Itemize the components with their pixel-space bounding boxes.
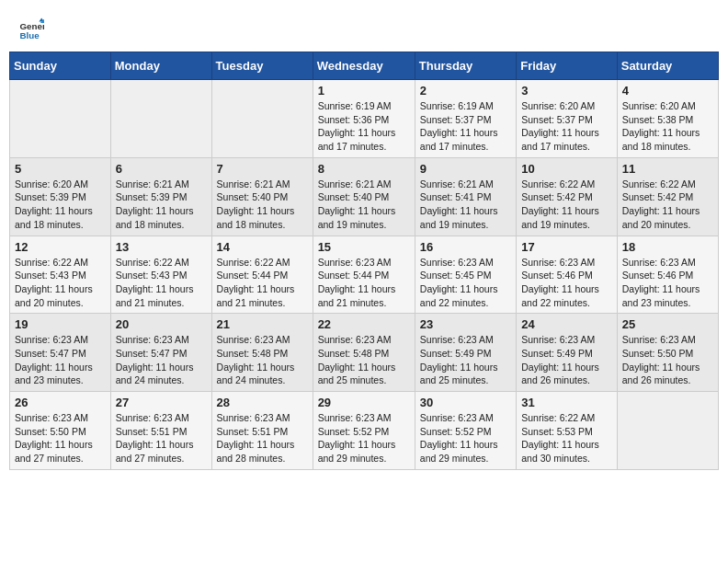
day-info: Sunrise: 6:23 AMSunset: 5:50 PMDaylight:… xyxy=(622,333,713,387)
weekday-header-tuesday: Tuesday xyxy=(211,52,313,80)
day-cell: 9Sunrise: 6:21 AMSunset: 5:41 PMDaylight… xyxy=(415,157,516,236)
day-cell: 30Sunrise: 6:23 AMSunset: 5:52 PMDayligh… xyxy=(415,392,516,470)
day-info: Sunrise: 6:23 AMSunset: 5:46 PMDaylight:… xyxy=(521,256,612,310)
day-number: 19 xyxy=(15,317,106,331)
day-info: Sunrise: 6:23 AMSunset: 5:45 PMDaylight:… xyxy=(420,256,511,310)
day-info: Sunrise: 6:23 AMSunset: 5:44 PMDaylight:… xyxy=(318,256,410,310)
day-cell: 19Sunrise: 6:23 AMSunset: 5:47 PMDayligh… xyxy=(10,314,111,392)
day-info: Sunrise: 6:23 AMSunset: 5:52 PMDaylight:… xyxy=(420,411,511,465)
day-info: Sunrise: 6:23 AMSunset: 5:46 PMDaylight:… xyxy=(622,256,713,310)
day-cell: 1Sunrise: 6:19 AMSunset: 5:36 PMDaylight… xyxy=(313,80,415,158)
day-number: 29 xyxy=(318,396,410,409)
logo: General Blue xyxy=(18,17,46,42)
weekday-header-thursday: Thursday xyxy=(415,52,516,80)
day-cell: 25Sunrise: 6:23 AMSunset: 5:50 PMDayligh… xyxy=(617,314,718,392)
day-cell: 22Sunrise: 6:23 AMSunset: 5:48 PMDayligh… xyxy=(313,314,415,392)
day-cell: 21Sunrise: 6:23 AMSunset: 5:48 PMDayligh… xyxy=(211,314,313,392)
day-cell: 2Sunrise: 6:19 AMSunset: 5:37 PMDaylight… xyxy=(415,80,516,158)
day-info: Sunrise: 6:20 AMSunset: 5:38 PMDaylight:… xyxy=(622,99,713,154)
day-info: Sunrise: 6:21 AMSunset: 5:40 PMDaylight:… xyxy=(217,178,308,232)
day-cell: 7Sunrise: 6:21 AMSunset: 5:40 PMDaylight… xyxy=(211,157,313,236)
day-number: 30 xyxy=(420,396,511,409)
day-cell: 11Sunrise: 6:22 AMSunset: 5:42 PMDayligh… xyxy=(617,157,718,236)
day-cell xyxy=(211,80,313,158)
day-number: 22 xyxy=(318,317,410,331)
day-number: 24 xyxy=(521,317,612,331)
day-number: 9 xyxy=(420,162,511,176)
day-info: Sunrise: 6:23 AMSunset: 5:49 PMDaylight:… xyxy=(420,333,511,387)
day-cell: 5Sunrise: 6:20 AMSunset: 5:39 PMDaylight… xyxy=(10,157,111,236)
day-info: Sunrise: 6:23 AMSunset: 5:47 PMDaylight:… xyxy=(15,333,106,387)
day-info: Sunrise: 6:23 AMSunset: 5:52 PMDaylight:… xyxy=(318,411,410,465)
day-info: Sunrise: 6:23 AMSunset: 5:51 PMDaylight:… xyxy=(116,411,207,465)
day-info: Sunrise: 6:22 AMSunset: 5:44 PMDaylight:… xyxy=(217,256,308,310)
day-cell: 15Sunrise: 6:23 AMSunset: 5:44 PMDayligh… xyxy=(313,236,415,314)
day-number: 23 xyxy=(420,317,511,331)
svg-text:Blue: Blue xyxy=(19,30,40,40)
week-row-5: 26Sunrise: 6:23 AMSunset: 5:50 PMDayligh… xyxy=(10,392,719,470)
day-number: 3 xyxy=(521,84,612,98)
week-row-3: 12Sunrise: 6:22 AMSunset: 5:43 PMDayligh… xyxy=(10,236,719,314)
day-cell: 12Sunrise: 6:22 AMSunset: 5:43 PMDayligh… xyxy=(10,236,111,314)
day-cell: 26Sunrise: 6:23 AMSunset: 5:50 PMDayligh… xyxy=(10,392,111,470)
day-cell xyxy=(617,392,718,470)
day-cell: 14Sunrise: 6:22 AMSunset: 5:44 PMDayligh… xyxy=(211,236,313,314)
day-info: Sunrise: 6:23 AMSunset: 5:48 PMDaylight:… xyxy=(217,333,308,387)
day-cell: 8Sunrise: 6:21 AMSunset: 5:40 PMDaylight… xyxy=(313,157,415,236)
day-number: 5 xyxy=(15,162,106,176)
weekday-header-monday: Monday xyxy=(110,52,211,80)
day-cell: 16Sunrise: 6:23 AMSunset: 5:45 PMDayligh… xyxy=(415,236,516,314)
day-number: 8 xyxy=(318,162,410,176)
day-number: 7 xyxy=(217,162,308,176)
weekday-header-wednesday: Wednesday xyxy=(313,52,415,80)
day-cell: 23Sunrise: 6:23 AMSunset: 5:49 PMDayligh… xyxy=(415,314,516,392)
calendar-wrap: SundayMondayTuesdayWednesdayThursdayFrid… xyxy=(0,52,728,479)
weekday-header-friday: Friday xyxy=(517,52,618,80)
day-info: Sunrise: 6:19 AMSunset: 5:36 PMDaylight:… xyxy=(318,99,410,154)
day-cell xyxy=(10,80,111,158)
day-number: 27 xyxy=(116,396,207,409)
day-info: Sunrise: 6:23 AMSunset: 5:51 PMDaylight:… xyxy=(217,411,308,465)
day-info: Sunrise: 6:21 AMSunset: 5:39 PMDaylight:… xyxy=(116,178,207,232)
day-cell: 13Sunrise: 6:22 AMSunset: 5:43 PMDayligh… xyxy=(110,236,211,314)
day-number: 1 xyxy=(318,84,410,98)
day-number: 16 xyxy=(420,240,511,254)
day-info: Sunrise: 6:23 AMSunset: 5:47 PMDaylight:… xyxy=(116,333,207,387)
day-cell: 4Sunrise: 6:20 AMSunset: 5:38 PMDaylight… xyxy=(617,80,718,158)
day-info: Sunrise: 6:22 AMSunset: 5:53 PMDaylight:… xyxy=(521,411,612,465)
day-cell: 27Sunrise: 6:23 AMSunset: 5:51 PMDayligh… xyxy=(110,392,211,470)
day-cell: 29Sunrise: 6:23 AMSunset: 5:52 PMDayligh… xyxy=(313,392,415,470)
day-cell: 3Sunrise: 6:20 AMSunset: 5:37 PMDaylight… xyxy=(517,80,618,158)
day-cell: 6Sunrise: 6:21 AMSunset: 5:39 PMDaylight… xyxy=(110,157,211,236)
week-row-4: 19Sunrise: 6:23 AMSunset: 5:47 PMDayligh… xyxy=(10,314,719,392)
header: General Blue xyxy=(0,0,728,52)
day-cell: 17Sunrise: 6:23 AMSunset: 5:46 PMDayligh… xyxy=(517,236,618,314)
day-number: 17 xyxy=(521,240,612,254)
day-info: Sunrise: 6:22 AMSunset: 5:43 PMDaylight:… xyxy=(15,256,106,310)
day-info: Sunrise: 6:22 AMSunset: 5:42 PMDaylight:… xyxy=(521,178,612,232)
day-info: Sunrise: 6:23 AMSunset: 5:48 PMDaylight:… xyxy=(318,333,410,387)
day-number: 14 xyxy=(217,240,308,254)
day-number: 15 xyxy=(318,240,410,254)
day-number: 28 xyxy=(217,396,308,409)
day-info: Sunrise: 6:22 AMSunset: 5:42 PMDaylight:… xyxy=(622,178,713,232)
day-number: 25 xyxy=(622,317,713,331)
day-info: Sunrise: 6:20 AMSunset: 5:37 PMDaylight:… xyxy=(521,99,612,154)
day-cell: 10Sunrise: 6:22 AMSunset: 5:42 PMDayligh… xyxy=(517,157,618,236)
day-info: Sunrise: 6:22 AMSunset: 5:43 PMDaylight:… xyxy=(116,256,207,310)
day-number: 21 xyxy=(217,317,308,331)
day-number: 13 xyxy=(116,240,207,254)
day-number: 20 xyxy=(116,317,207,331)
day-info: Sunrise: 6:21 AMSunset: 5:41 PMDaylight:… xyxy=(420,178,511,232)
day-cell xyxy=(110,80,211,158)
weekday-header-sunday: Sunday xyxy=(10,52,111,80)
day-info: Sunrise: 6:23 AMSunset: 5:49 PMDaylight:… xyxy=(521,333,612,387)
day-number: 26 xyxy=(15,396,106,409)
day-number: 4 xyxy=(622,84,713,98)
day-cell: 31Sunrise: 6:22 AMSunset: 5:53 PMDayligh… xyxy=(517,392,618,470)
calendar-table: SundayMondayTuesdayWednesdayThursdayFrid… xyxy=(9,52,719,470)
day-number: 2 xyxy=(420,84,511,98)
day-cell: 20Sunrise: 6:23 AMSunset: 5:47 PMDayligh… xyxy=(110,314,211,392)
day-cell: 24Sunrise: 6:23 AMSunset: 5:49 PMDayligh… xyxy=(517,314,618,392)
day-number: 11 xyxy=(622,162,713,176)
